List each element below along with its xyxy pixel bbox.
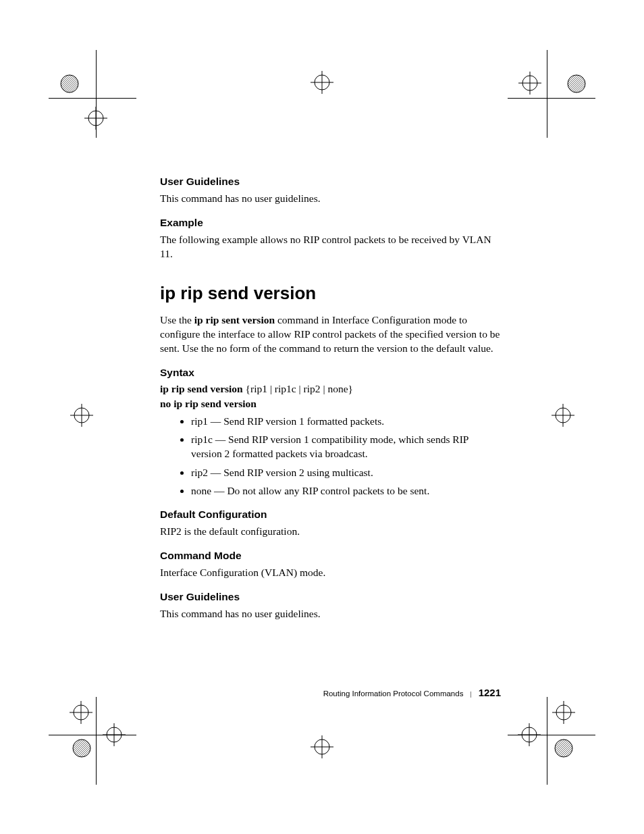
syntax-line-1: ip rip send version {rip1 | rip1c | rip2… [160,383,501,395]
svg-point-31 [568,75,585,93]
crop-line-tr-v [547,50,547,138]
list-item: rip1c — Send RIP version 1 compatibility… [191,432,501,461]
list-item: none — Do not allow any RIP control pack… [191,484,501,498]
heading-user-guidelines-2: User Guidelines [160,591,501,603]
svg-point-32 [73,739,90,757]
crosshair-icon [552,404,574,427]
text-user-guidelines-2: This command has no user guidelines. [160,607,501,621]
registration-dot-icon [566,74,587,94]
crop-line-br-v [547,697,547,785]
crosshair-icon [518,723,541,746]
registration-dot-icon [554,738,574,758]
crosshair-icon [70,404,93,427]
text-default-config: RIP2 is the default configuration. [160,525,501,539]
heading-command-mode: Command Mode [160,550,501,562]
svg-point-30 [61,75,78,93]
text-command-mode: Interface Configuration (VLAN) mode. [160,566,501,580]
command-title: ip rip send version [160,283,501,304]
crosshair-icon [70,701,92,724]
crop-line-bl-v [96,697,97,785]
page-footer: Routing Information Protocol Commands | … [160,687,501,699]
text-example: The following example allows no RIP cont… [160,233,501,261]
page-number: 1221 [479,687,501,698]
heading-default-config: Default Configuration [160,509,501,521]
list-item: rip2 — Send RIP version 2 using multicas… [191,465,501,479]
heading-user-guidelines: User Guidelines [160,176,501,188]
crop-line-tl-h [49,98,136,99]
syntax-line-2: no ip rip send version [160,398,501,410]
registration-dot-icon [72,738,92,758]
command-intro: Use the ip rip sent version command in I… [160,313,501,356]
syntax-rest-1: {rip1 | rip1c | rip2 | none} [243,383,353,394]
crosshair-icon [103,723,126,746]
heading-syntax: Syntax [160,367,501,379]
crosshair-icon [552,701,575,724]
footer-section-label: Routing Information Protocol Commands [323,689,464,698]
registration-dot-icon [59,74,80,94]
syntax-bold-1: ip rip send version [160,383,243,394]
text-user-guidelines: This command has no user guidelines. [160,192,501,206]
crosshair-icon [518,72,541,95]
footer-separator: | [470,689,471,698]
heading-example: Example [160,217,501,229]
crosshair-icon [311,71,333,94]
svg-point-33 [555,739,572,757]
page-content: User Guidelines This command has no user… [160,176,501,632]
list-item: rip1 — Send RIP version 1 formatted pack… [191,414,501,428]
crosshair-icon [84,107,107,130]
syntax-bold-2: no ip rip send version [160,398,257,409]
intro-bold: ip rip sent version [194,314,275,325]
intro-pre: Use the [160,314,194,325]
syntax-bullets: rip1 — Send RIP version 1 formatted pack… [160,414,501,498]
crop-line-tr-h [508,98,595,99]
crosshair-icon [311,735,333,758]
